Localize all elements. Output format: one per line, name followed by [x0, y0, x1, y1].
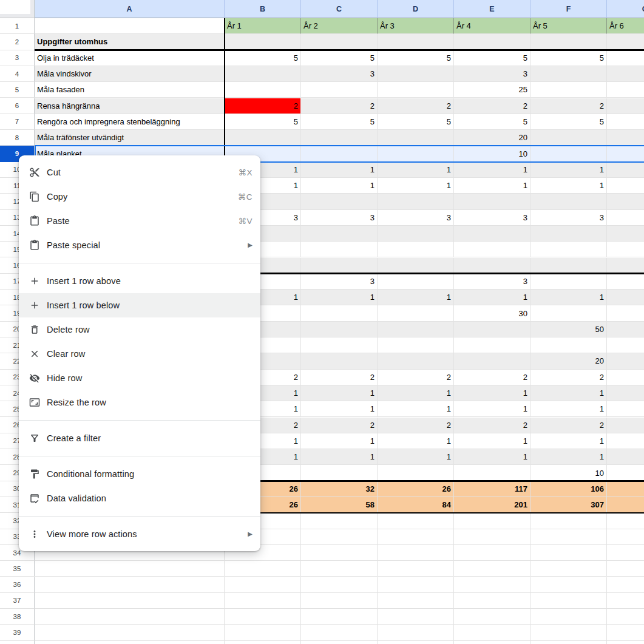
cell-E10[interactable]: 1	[454, 162, 530, 178]
cell-C2[interactable]	[301, 34, 378, 50]
cell-G35[interactable]	[607, 561, 644, 577]
cell-E5[interactable]: 25	[454, 82, 530, 98]
cell-D11[interactable]: 1	[378, 178, 454, 194]
cell-D9[interactable]	[378, 146, 454, 161]
cell-C39[interactable]	[301, 625, 378, 640]
cell-G18[interactable]	[607, 290, 644, 305]
cell-F19[interactable]	[530, 305, 607, 321]
cell-G36[interactable]	[607, 577, 644, 593]
cell-A38[interactable]	[35, 609, 225, 625]
cell-E1[interactable]: År 4	[454, 18, 530, 34]
cell-C28[interactable]: 1	[301, 449, 378, 465]
cell-E37[interactable]	[454, 593, 530, 609]
column-header-C[interactable]: C	[301, 0, 378, 18]
cell-A4[interactable]: Måla vindskivor	[35, 66, 225, 82]
cell-C10[interactable]: 1	[301, 162, 378, 178]
cell-F30[interactable]: 106	[530, 481, 607, 497]
cell-B36[interactable]	[225, 577, 301, 593]
cell-E26[interactable]: 2	[454, 418, 530, 433]
cell-A36[interactable]	[35, 577, 225, 593]
cell-D16[interactable]	[378, 258, 454, 274]
cell-F2[interactable]	[530, 34, 607, 50]
cell-C29[interactable]	[301, 465, 378, 481]
cell-E16[interactable]	[454, 258, 530, 274]
cell-G5[interactable]	[607, 82, 644, 98]
cell-D33[interactable]	[378, 529, 454, 545]
cell-D17[interactable]	[378, 274, 454, 290]
cell-F40[interactable]	[530, 641, 607, 644]
cell-E14[interactable]	[454, 226, 530, 242]
cell-D15[interactable]	[378, 242, 454, 257]
cell-G40[interactable]	[607, 641, 644, 644]
cell-F14[interactable]	[530, 226, 607, 242]
cell-E8[interactable]: 20	[454, 130, 530, 146]
cell-G8[interactable]	[607, 130, 644, 146]
cell-B7[interactable]: 5	[225, 114, 301, 130]
cell-F35[interactable]	[530, 561, 607, 577]
row-header-1[interactable]: 1	[0, 18, 35, 34]
cell-C7[interactable]: 5	[301, 114, 378, 130]
cell-C37[interactable]	[301, 593, 378, 609]
cell-D28[interactable]: 1	[378, 449, 454, 465]
cell-C1[interactable]: År 2	[301, 18, 378, 34]
cell-E2[interactable]	[454, 34, 530, 50]
cell-D19[interactable]	[378, 305, 454, 321]
cell-F38[interactable]	[530, 609, 607, 625]
cell-C5[interactable]	[301, 82, 378, 98]
menu-item-data-validation[interactable]: Data validation	[19, 486, 260, 510]
menu-item-paste-special[interactable]: Paste special▶	[19, 233, 260, 257]
cell-A6[interactable]: Rensa hängränna	[35, 98, 225, 114]
cell-E29[interactable]	[454, 465, 530, 481]
cell-D6[interactable]: 2	[378, 98, 454, 114]
row-header-7[interactable]: 7	[0, 114, 35, 130]
cell-C25[interactable]: 1	[301, 401, 378, 417]
cell-C17[interactable]: 3	[301, 274, 378, 290]
menu-item-view-more-row-actions[interactable]: View more row actions▶	[19, 522, 260, 546]
cell-D14[interactable]	[378, 226, 454, 242]
cell-B35[interactable]	[225, 561, 301, 577]
cell-E27[interactable]: 1	[454, 433, 530, 449]
cell-D21[interactable]	[378, 337, 454, 353]
cell-C34[interactable]	[301, 545, 378, 561]
column-header-B[interactable]: B	[225, 0, 301, 18]
cell-D40[interactable]	[378, 641, 454, 644]
cell-B2[interactable]	[225, 34, 301, 50]
cell-C22[interactable]	[301, 353, 378, 369]
cell-C19[interactable]	[301, 305, 378, 321]
cell-B3[interactable]: 5	[225, 50, 301, 66]
cell-C14[interactable]	[301, 226, 378, 242]
cell-C26[interactable]: 2	[301, 418, 378, 433]
cell-G15[interactable]	[607, 242, 644, 257]
select-all-corner[interactable]	[0, 0, 35, 18]
cell-C35[interactable]	[301, 561, 378, 577]
cell-C9[interactable]	[301, 146, 378, 161]
cell-D4[interactable]	[378, 66, 454, 82]
cell-F18[interactable]: 1	[530, 290, 607, 305]
row-header-40[interactable]: 40	[0, 641, 35, 644]
cell-D1[interactable]: År 3	[378, 18, 454, 34]
cell-F9[interactable]	[530, 146, 607, 161]
column-header-E[interactable]: E	[454, 0, 530, 18]
cell-F37[interactable]	[530, 593, 607, 609]
cell-E20[interactable]	[454, 322, 530, 337]
cell-A40[interactable]	[35, 641, 225, 644]
cell-E19[interactable]: 30	[454, 305, 530, 321]
cell-G28[interactable]	[607, 449, 644, 465]
cell-A37[interactable]	[35, 593, 225, 609]
cell-E39[interactable]	[454, 625, 530, 640]
cell-F27[interactable]: 1	[530, 433, 607, 449]
column-header-G[interactable]: G	[607, 0, 644, 18]
row-header-8[interactable]: 8	[0, 130, 35, 146]
cell-F12[interactable]	[530, 194, 607, 209]
cell-D32[interactable]	[378, 513, 454, 529]
cell-A1[interactable]	[35, 18, 225, 34]
cell-F31[interactable]: 307	[530, 497, 607, 513]
cell-C31[interactable]: 58	[301, 497, 378, 513]
cell-D30[interactable]: 26	[378, 481, 454, 497]
cell-G29[interactable]	[607, 465, 644, 481]
cell-G10[interactable]	[607, 162, 644, 178]
cell-C24[interactable]: 1	[301, 385, 378, 401]
cell-E3[interactable]: 5	[454, 50, 530, 66]
cell-F22[interactable]: 20	[530, 353, 607, 369]
cell-G12[interactable]	[607, 194, 644, 209]
